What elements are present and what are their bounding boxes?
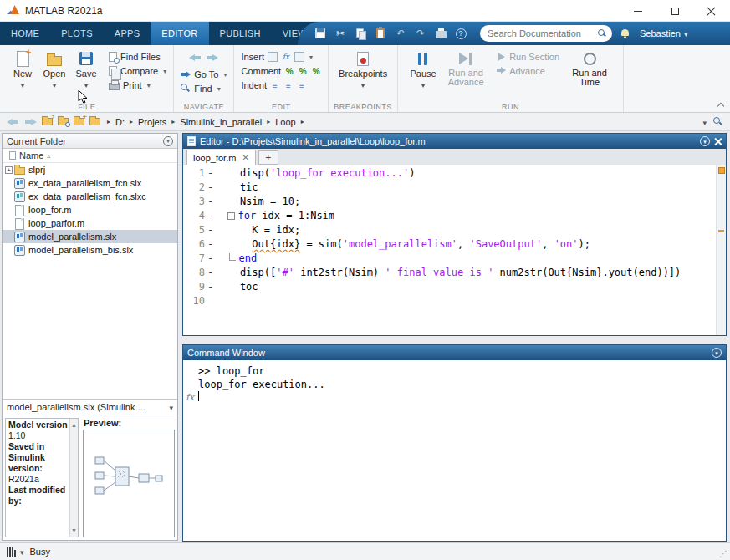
comment-block-icon[interactable]: % bbox=[298, 66, 308, 76]
breakpoints-dropdown-arrow[interactable] bbox=[361, 79, 365, 89]
tab-home[interactable]: HOME bbox=[0, 22, 50, 45]
breadcrumb-item[interactable]: Loop bbox=[273, 117, 297, 127]
code-line[interactable]: 7- end bbox=[183, 252, 716, 266]
code-line[interactable]: 10 bbox=[183, 294, 716, 308]
code-fold-icon[interactable] bbox=[227, 212, 235, 220]
compare-button[interactable]: Compare bbox=[109, 66, 166, 76]
indent-left-icon[interactable]: ≡ bbox=[297, 80, 307, 90]
status-bars-icon[interactable] bbox=[7, 547, 16, 557]
insert-table-icon[interactable] bbox=[294, 52, 304, 62]
insert-section-icon[interactable] bbox=[268, 52, 278, 62]
indent-button[interactable]: Indent ≡ ≡ ≡ bbox=[241, 80, 321, 90]
breadcrumb-item[interactable]: Simulink_in_parallel bbox=[178, 117, 263, 127]
code-line[interactable]: 3- Nsim = 10; bbox=[183, 195, 716, 209]
navigate-forward-icon[interactable] bbox=[206, 53, 218, 62]
notifications-bell-icon[interactable] bbox=[620, 28, 630, 38]
open-button[interactable]: Open bbox=[38, 49, 70, 101]
run-and-time-button[interactable]: Run and Time bbox=[568, 49, 611, 101]
print-icon[interactable] bbox=[433, 26, 448, 41]
paste-icon[interactable] bbox=[373, 26, 388, 41]
command-window-menu-icon[interactable] bbox=[712, 348, 722, 358]
editor-scrollbar[interactable] bbox=[716, 165, 726, 335]
uncomment-icon[interactable]: % bbox=[311, 66, 321, 76]
search-documentation-input[interactable] bbox=[480, 25, 612, 42]
recent-folders-dropdown-icon[interactable] bbox=[702, 117, 707, 127]
command-window-header[interactable]: Command Window bbox=[183, 345, 726, 360]
tab-close-icon[interactable]: ✕ bbox=[242, 154, 248, 162]
print-button[interactable]: Print bbox=[109, 80, 166, 90]
code-line[interactable]: 4- for idx = 1:Nsim bbox=[183, 209, 716, 223]
minimize-button[interactable] bbox=[620, 0, 656, 22]
command-line[interactable]: loop_for execution... bbox=[183, 378, 726, 391]
code-editor[interactable]: 1- disp('loop_for execution...')2- tic3-… bbox=[183, 165, 726, 335]
code-line[interactable]: 2- tic bbox=[183, 181, 716, 195]
copy-icon[interactable] bbox=[353, 26, 368, 41]
undo-icon[interactable] bbox=[393, 26, 408, 41]
find-files-button[interactable]: Find Files bbox=[109, 52, 166, 62]
scroll-down-icon[interactable]: ▼ bbox=[71, 525, 77, 536]
scroll-up-icon[interactable]: ▲ bbox=[71, 420, 77, 430]
comment-icon[interactable]: % bbox=[284, 66, 294, 76]
breadcrumb-item[interactable]: Projets bbox=[136, 117, 168, 127]
run-and-advance-button[interactable]: Run and Advance bbox=[442, 49, 490, 101]
redo-icon[interactable] bbox=[413, 26, 428, 41]
new-tab-button[interactable]: + bbox=[258, 150, 278, 165]
breakpoints-button[interactable]: Breakpoints bbox=[335, 49, 391, 101]
back-icon[interactable] bbox=[7, 118, 19, 126]
new-folder-icon[interactable] bbox=[74, 118, 84, 125]
code-analyzer-indicator[interactable] bbox=[718, 167, 725, 174]
breadcrumb-item[interactable]: D: bbox=[114, 117, 126, 127]
command-line[interactable]: fx bbox=[183, 391, 726, 405]
code-line[interactable]: 9- toc bbox=[183, 280, 716, 294]
command-window-body[interactable]: >> loop_forloop_for execution...fx bbox=[183, 360, 726, 541]
comment-button[interactable]: Comment % % % bbox=[241, 66, 321, 76]
pause-dropdown-arrow[interactable] bbox=[421, 79, 425, 89]
advance-button[interactable]: Advance bbox=[497, 66, 559, 76]
tab-editor[interactable]: EDITOR bbox=[151, 22, 208, 45]
file-row[interactable]: model_parallelism.slx bbox=[3, 230, 177, 243]
go-to-button[interactable]: Go To bbox=[181, 69, 227, 79]
new-button[interactable]: New bbox=[7, 49, 38, 101]
code-line[interactable]: 1- disp('loop_for execution...') bbox=[183, 166, 716, 181]
command-line[interactable]: >> loop_for bbox=[183, 364, 726, 378]
code-line[interactable]: 5- K = idx; bbox=[183, 223, 716, 237]
resize-grip[interactable]: ⋰ bbox=[719, 549, 727, 558]
file-row[interactable]: +slprj bbox=[3, 163, 177, 176]
save-icon[interactable] bbox=[313, 26, 328, 41]
maximize-button[interactable] bbox=[656, 0, 693, 22]
details-scrollbar[interactable]: ▲▼ bbox=[69, 419, 78, 537]
up-one-level-icon[interactable] bbox=[42, 118, 53, 125]
search-folder-icon[interactable] bbox=[713, 117, 723, 127]
name-column-header[interactable]: Name ▵ bbox=[3, 149, 177, 163]
file-row[interactable]: loop_parfor.m bbox=[3, 216, 177, 230]
code-line[interactable]: 8- disp(['#' int2str(Nsim) ' final value… bbox=[183, 266, 716, 280]
warning-marker[interactable] bbox=[718, 230, 724, 232]
run-section-button[interactable]: Run Section bbox=[497, 52, 559, 62]
new-dropdown-arrow[interactable] bbox=[21, 79, 24, 89]
tab-publish[interactable]: PUBLISH bbox=[209, 22, 272, 45]
panel-menu-icon[interactable] bbox=[163, 136, 173, 146]
insert-button[interactable]: Insert fx bbox=[241, 52, 321, 62]
file-row[interactable]: model_parallelism_bis.slx bbox=[3, 243, 177, 257]
save-dropdown-arrow[interactable] bbox=[84, 79, 88, 89]
help-icon[interactable] bbox=[453, 26, 468, 41]
tab-apps[interactable]: APPS bbox=[104, 22, 151, 45]
file-row[interactable]: ex_data_parallelism_fcn.slxc bbox=[3, 190, 177, 203]
expand-icon[interactable]: + bbox=[5, 166, 13, 174]
browse-for-folder-icon[interactable] bbox=[58, 118, 69, 125]
file-row[interactable]: loop_for.m bbox=[3, 203, 177, 216]
pause-button[interactable]: Pause bbox=[405, 49, 442, 101]
tab-loop-for-m[interactable]: loop_for.m ✕ bbox=[186, 150, 256, 165]
search-icon[interactable] bbox=[598, 29, 606, 38]
editor-header[interactable]: Editor - D:\Projets\Simulink_in_parallel… bbox=[183, 134, 726, 149]
forward-icon[interactable] bbox=[24, 118, 37, 126]
smart-indent-icon[interactable]: ≡ bbox=[270, 80, 280, 90]
code-line[interactable]: 6- Out{idx} = sim('model_parallelism', '… bbox=[183, 237, 716, 252]
file-row[interactable]: ex_data_parallelism_fcn.slx bbox=[3, 176, 177, 190]
summary-dropdown-icon[interactable] bbox=[169, 402, 173, 412]
status-dropdown-icon[interactable] bbox=[20, 547, 24, 557]
collapse-toolstrip-icon[interactable] bbox=[717, 102, 725, 109]
close-button[interactable] bbox=[693, 0, 730, 22]
editor-close-icon[interactable] bbox=[714, 138, 722, 145]
open-dropdown-arrow[interactable] bbox=[53, 79, 56, 89]
